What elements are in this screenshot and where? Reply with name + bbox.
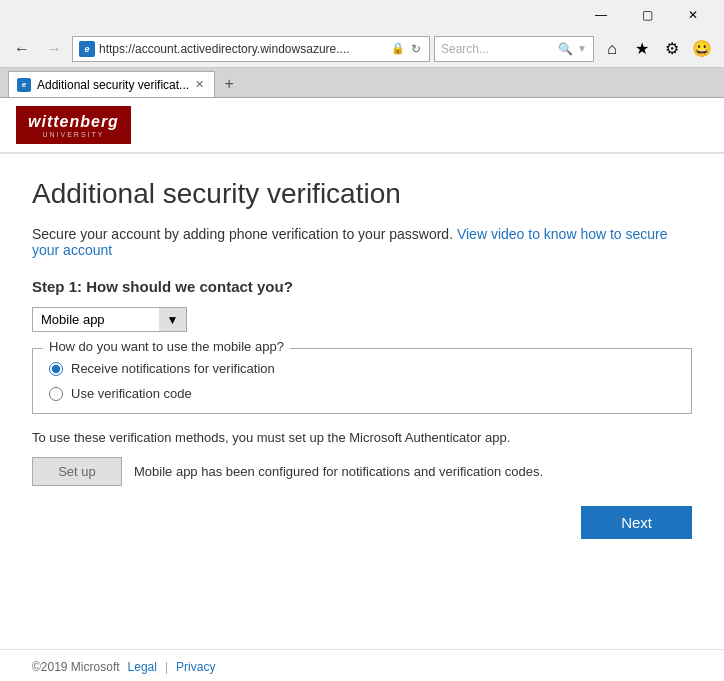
address-bar[interactable]: e https://account.activedirectory.window…	[72, 36, 430, 62]
footer-separator: |	[165, 660, 168, 674]
tab-close-button[interactable]: ✕	[195, 78, 204, 91]
back-button[interactable]: ←	[8, 35, 36, 63]
fieldset-legend: How do you want to use the mobile app?	[43, 339, 290, 354]
address-text: https://account.activedirectory.windowsa…	[99, 42, 387, 56]
tab-bar: e Additional security verificat... ✕ +	[0, 68, 724, 98]
code-radio[interactable]	[49, 387, 63, 401]
minimize-icon: —	[595, 8, 607, 22]
description-text: Secure your account by adding phone veri…	[32, 226, 692, 258]
contact-method-wrapper: Mobile app Authentication phone Office p…	[32, 307, 692, 332]
description-static: Secure your account by adding phone veri…	[32, 226, 453, 242]
forward-button[interactable]: →	[40, 35, 68, 63]
close-icon: ✕	[688, 8, 698, 22]
info-text: To use these verification methods, you m…	[32, 430, 692, 445]
logo-name: wittenberg	[28, 112, 119, 131]
toolbar-icons: ⌂ ★ ⚙ 😀	[598, 35, 716, 63]
setup-status: Mobile app has been configured for notif…	[134, 464, 543, 479]
window-chrome: — ▢ ✕ ← → e https://account.activedirect…	[0, 0, 724, 98]
notifications-label: Receive notifications for verification	[71, 361, 275, 376]
code-label: Use verification code	[71, 386, 192, 401]
back-icon: ←	[14, 40, 30, 58]
page-title: Additional security verification	[32, 178, 692, 210]
lock-icon: 🔒	[391, 42, 405, 55]
radio-notifications-option[interactable]: Receive notifications for verification	[49, 361, 675, 376]
forward-icon: →	[46, 40, 62, 58]
site-favicon: e	[79, 41, 95, 57]
browser-toolbar: ← → e https://account.activedirectory.wi…	[0, 30, 724, 68]
favicon-letter: e	[84, 44, 89, 54]
refresh-icon[interactable]: ↻	[409, 40, 423, 58]
mobile-app-options-box: How do you want to use the mobile app? R…	[32, 348, 692, 414]
close-button[interactable]: ✕	[670, 0, 716, 30]
logo-bar: wittenberg UNIVERSITY	[0, 98, 724, 154]
search-placeholder: Search...	[441, 42, 554, 56]
privacy-link[interactable]: Privacy	[176, 660, 215, 674]
new-tab-icon: +	[224, 75, 233, 93]
favorites-icon[interactable]: ★	[628, 35, 656, 63]
footer: ©2019 Microsoft Legal | Privacy	[0, 649, 724, 681]
radio-code-option[interactable]: Use verification code	[49, 386, 675, 401]
emoji-icon[interactable]: 😀	[688, 35, 716, 63]
logo-subname: UNIVERSITY	[28, 131, 119, 138]
tab-favicon-letter: e	[22, 80, 26, 89]
tab-favicon: e	[17, 78, 31, 92]
copyright: ©2019 Microsoft	[32, 660, 120, 674]
next-row: Next	[32, 506, 692, 539]
setup-button[interactable]: Set up	[32, 457, 122, 486]
home-icon[interactable]: ⌂	[598, 35, 626, 63]
active-tab[interactable]: e Additional security verificat... ✕	[8, 71, 215, 97]
search-bar[interactable]: Search... 🔍 ▼	[434, 36, 594, 62]
maximize-icon: ▢	[642, 8, 653, 22]
maximize-button[interactable]: ▢	[624, 0, 670, 30]
tab-label: Additional security verificat...	[37, 78, 189, 92]
contact-method-dropdown-container[interactable]: Mobile app Authentication phone Office p…	[32, 307, 187, 332]
step1-label: Step 1: How should we contact you?	[32, 278, 692, 295]
search-icon[interactable]: 🔍	[558, 42, 573, 56]
settings-icon[interactable]: ⚙	[658, 35, 686, 63]
next-button[interactable]: Next	[581, 506, 692, 539]
legal-link[interactable]: Legal	[128, 660, 157, 674]
main-content: Additional security verification Secure …	[0, 154, 724, 649]
new-tab-button[interactable]: +	[215, 71, 243, 97]
setup-row: Set up Mobile app has been configured fo…	[32, 457, 692, 486]
university-logo: wittenberg UNIVERSITY	[16, 106, 131, 144]
contact-method-select[interactable]: Mobile app Authentication phone Office p…	[32, 307, 187, 332]
title-bar: — ▢ ✕	[0, 0, 724, 30]
notifications-radio[interactable]	[49, 362, 63, 376]
search-dropdown-icon[interactable]: ▼	[577, 43, 587, 54]
minimize-button[interactable]: —	[578, 0, 624, 30]
